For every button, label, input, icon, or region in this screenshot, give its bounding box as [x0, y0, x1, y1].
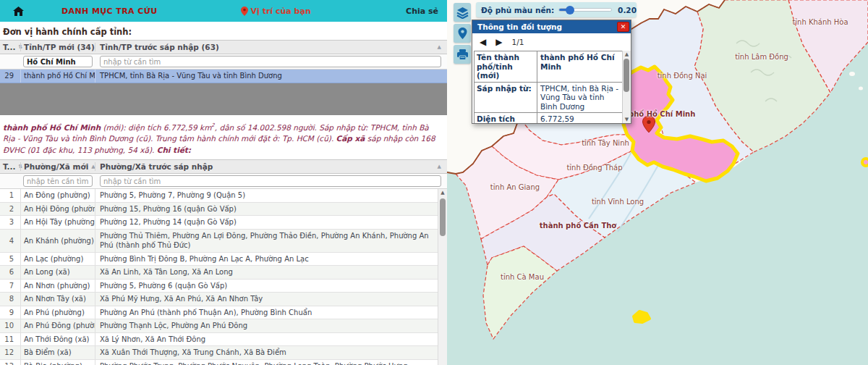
ward-row[interactable]: 13 Bà Rịa (phường) Phường Phước Trung, P…	[0, 360, 438, 365]
ward-old-cell: Phường Bình Trị Đông B, Phường An Lạc A,…	[95, 253, 438, 266]
col-header-ward-new[interactable]: Phường/Xã mới▲	[20, 162, 95, 171]
ward-old-cell: Xã An Linh, Xã Tân Long, Xã An Long	[95, 266, 438, 279]
prev-feature-button[interactable]: ◀	[480, 37, 486, 47]
ward-table-scrollbar[interactable]: ▲	[438, 189, 447, 365]
ward-old-cell: Phường Phước Trung, Phường Phước Nguyên,…	[95, 360, 438, 365]
ward-new-cell: An Lạc (phường)	[20, 253, 95, 266]
ward-row[interactable]: 6 An Long (xã) Xã An Linh, Xã Tân Long, …	[0, 266, 438, 280]
row-number: 7	[0, 280, 20, 293]
ward-old-cell: Phường 5, Phường 6 (quận Gò Vấp)	[95, 280, 438, 293]
layers-icon	[456, 7, 469, 19]
popup-close-button[interactable]: ✕	[617, 22, 629, 32]
ward-row[interactable]: 9 An Phú (phường) Phường An Phú (thành p…	[0, 306, 438, 320]
province-table-header: T... ⇅ Tỉnh/TP mới (34)▲ Tỉnh/TP trước s…	[0, 40, 447, 54]
ward-new-cell: An Hội Đông (phường)	[20, 203, 95, 216]
row-number: 2	[0, 203, 20, 216]
ward-new-cell: Bà Điểm (xã)	[20, 346, 95, 359]
ward-new-cell: An Khánh (phường)	[20, 230, 95, 252]
next-feature-button[interactable]: ▶	[495, 37, 502, 47]
province-row-selected[interactable]: 29 thành phố Hồ Chí Minh TPHCM, tỉnh Bà …	[0, 70, 447, 83]
background-opacity-control: Độ phủ màu nền: 0.20	[476, 2, 637, 17]
scroll-up-icon[interactable]: ▲	[623, 51, 631, 57]
row-number: 13	[0, 360, 20, 365]
map-pin-icon	[458, 28, 467, 39]
ward-new-cell: An Phú (phường)	[20, 306, 95, 319]
ward-row[interactable]: 8 An Nhơn Tây (xã) Xã Phú Mỹ Hưng, Xã An…	[0, 293, 438, 306]
ward-row[interactable]: 1 An Đông (phường) Phường 5, Phường 7, P…	[0, 189, 438, 203]
ward-row[interactable]: 11 An Thới Đông (xã) Xã Lý Nhơn, Xã An T…	[0, 333, 438, 347]
sort-icon: ▲	[91, 164, 95, 169]
popup-attribute-row: Diện tích (km²) 6.772,59	[475, 113, 622, 123]
row-number: 6	[0, 266, 20, 279]
popup-attribute-table: Tên thành phố/tỉnh (mới) thành phố Hồ Ch…	[474, 51, 623, 123]
scroll-up-icon[interactable]: ▲	[438, 190, 447, 196]
scrollbar-thumb[interactable]	[624, 59, 629, 92]
ward-old-filter-input[interactable]	[100, 175, 441, 187]
scrollbar-thumb[interactable]	[440, 198, 446, 236]
row-number: 11	[0, 333, 20, 346]
row-number: 12	[0, 346, 20, 359]
feature-info-popup: Thông tin đối tượng ✕ ◀ ▶ 1/1 Tên thành …	[472, 20, 631, 124]
attribute-label: Sáp nhập từ:	[475, 83, 537, 113]
layers-button[interactable]	[454, 3, 471, 22]
island-east-highlighted[interactable]	[862, 159, 868, 166]
ward-table-header: T... ⇅ Phường/Xã mới▲ Phường/Xã trước sá…	[0, 159, 447, 174]
ward-row[interactable]: 7 An Nhơn (phường) Phường 5, Phường 6 (q…	[0, 280, 438, 293]
popup-scrollbar[interactable]: ▲ ▼	[622, 51, 631, 123]
opacity-slider-thumb[interactable]	[566, 6, 574, 14]
ward-old-cell: Phường An Phú (thành phố Thuận An), Phườ…	[95, 306, 438, 319]
ward-row[interactable]: 10 An Phú Đông (phường) Phường Thạnh Lộc…	[0, 319, 438, 333]
location-pin-icon	[241, 7, 248, 16]
ward-new-cell: An Phú Đông (phường)	[20, 319, 95, 332]
scroll-down-icon[interactable]: ▼	[623, 117, 631, 122]
menu-catalog[interactable]: DANH MỤC TRA CỨU	[61, 7, 158, 16]
attribute-label: Diện tích (km²)	[475, 113, 537, 123]
map-toolbar	[454, 3, 471, 64]
ward-old-cell: Xã Lý Nhơn, Xã An Thới Đông	[95, 333, 438, 346]
opacity-slider[interactable]	[558, 8, 612, 12]
island-con-dao-highlighted[interactable]	[634, 311, 650, 322]
ward-new-filter-input[interactable]	[23, 175, 93, 187]
popup-body: Tên thành phố/tỉnh (mới) thành phố Hồ Ch…	[472, 51, 631, 123]
home-button[interactable]	[13, 7, 24, 16]
ward-new-cell: An Đông (phường)	[20, 189, 95, 202]
row-number: 5	[0, 253, 20, 266]
ward-row[interactable]: 2 An Hội Đông (phường) Phường 15, Phường…	[0, 203, 438, 217]
ward-old-cell: Phường 5, Phường 7, Phường 9 (Quận 5)	[95, 189, 438, 202]
popup-title-bar[interactable]: Thông tin đối tượng ✕	[472, 20, 631, 33]
row-number: 3	[0, 216, 20, 229]
ward-row[interactable]: 12 Bà Điểm (xã) Xã Xuân Thới Thượng, Xã …	[0, 346, 438, 360]
attribute-value: TPHCM, tỉnh Bà Rịa - Vũng Tàu và tỉnh Bì…	[537, 83, 622, 113]
locate-button[interactable]	[454, 24, 471, 43]
ward-row[interactable]: 5 An Lạc (phường) Phường Bình Trị Đông B…	[0, 253, 438, 267]
menu-your-location-label: Vị trí của bạn	[251, 7, 311, 16]
popup-attribute-row: Tên thành phố/tỉnh (mới) thành phố Hồ Ch…	[475, 51, 622, 83]
ward-old-cell: Phường Thạnh Lộc, Phường An Phú Đông	[95, 319, 438, 332]
col-header-number[interactable]: T... ⇅	[0, 162, 20, 171]
share-button[interactable]: Chia sẻ	[406, 7, 438, 16]
col-header-ward-old[interactable]: Phường/Xã trước sáp nhập▲	[95, 162, 447, 171]
ward-row[interactable]: 3 An Hội Tây (phường) Phường 12, Phường …	[0, 216, 438, 230]
province-filter-row	[0, 54, 447, 70]
province-old-filter-input[interactable]	[100, 56, 441, 67]
col-header-number[interactable]: T... ⇅	[0, 43, 20, 51]
ward-table: T... ⇅ Phường/Xã mới▲ Phường/Xã trước sá…	[0, 159, 447, 365]
ward-new-cell: An Nhơn (phường)	[20, 280, 95, 293]
ward-old-cell: Phường Thủ Thiêm, Phường An Lợi Đông, Ph…	[95, 230, 438, 252]
opacity-label: Độ phủ màu nền:	[481, 6, 554, 14]
print-button[interactable]	[454, 45, 471, 64]
ward-rows: 1 An Đông (phường) Phường 5, Phường 7, P…	[0, 189, 438, 365]
row-number: 4	[0, 230, 20, 252]
popup-pagination: ◀ ▶ 1/1	[472, 33, 631, 51]
ward-new-cell: An Long (xã)	[20, 266, 95, 279]
col-header-province-new[interactable]: Tỉnh/TP mới (34)▲	[20, 43, 95, 51]
app-root: DANH MỤC TRA CỨU Vị trí của bạn Chia sẻ …	[0, 0, 868, 365]
col-header-province-old[interactable]: Tỉnh/TP trước sáp nhập (63)▲	[95, 43, 447, 51]
menu-your-location[interactable]: Vị trí của bạn	[241, 7, 311, 16]
merge-info-text: thành phố Hồ Chí Minh (mới): diện tích 6…	[0, 115, 447, 160]
ward-row[interactable]: 4 An Khánh (phường) Phường Thủ Thiêm, Ph…	[0, 230, 438, 253]
province-new-filter-input[interactable]	[23, 56, 93, 67]
row-number: 10	[0, 319, 20, 332]
ward-new-cell: An Nhơn Tây (xã)	[20, 293, 95, 306]
popup-page-indicator: 1/1	[511, 38, 524, 46]
